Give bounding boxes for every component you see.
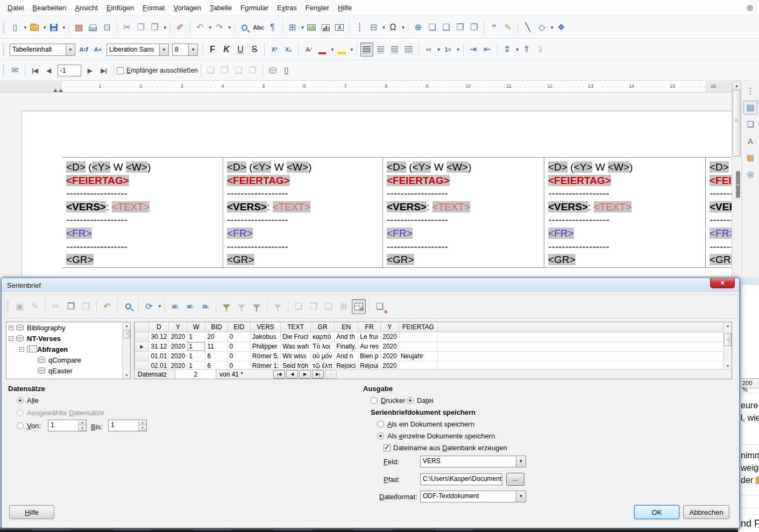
table-cell[interactable]: 30.12 [149, 332, 169, 342]
horizontal-ruler[interactable]: 12345678910111213141516 [0, 81, 741, 93]
table-cell[interactable]: Le frui [358, 332, 381, 342]
table-cell[interactable]: 2020 [380, 351, 399, 361]
radio-all-records[interactable]: Alle [17, 396, 39, 405]
paste-icon[interactable]: ❒ [148, 20, 161, 34]
standard-filter-icon[interactable] [250, 299, 264, 314]
export-pdf-icon[interactable]: ▤ [73, 20, 86, 34]
table-cell[interactable]: <D> (<Y> W <W>)<FEIERTAG>---------------… [383, 158, 544, 267]
toolbar-grip[interactable] [2, 65, 6, 76]
find-replace-icon[interactable] [238, 20, 251, 34]
menu-tabelle[interactable]: Tabelle [205, 2, 236, 14]
align-justify-icon[interactable] [405, 46, 413, 53]
copy-icon[interactable]: ❐ [134, 20, 147, 34]
update-style-icon[interactable]: A↺ [77, 42, 90, 56]
radio-icon[interactable] [377, 432, 384, 439]
menu-bearbeiten[interactable]: Bearbeiten [28, 2, 70, 14]
insert-chart-icon[interactable] [322, 24, 330, 31]
table-cell[interactable]: οὐ μόν [311, 351, 335, 361]
grid-scrollbar[interactable]: ▲ ≡ ▼ [723, 322, 732, 370]
open-folder-icon[interactable] [30, 25, 39, 31]
new-document-dropdown-icon[interactable]: ▼ [23, 25, 27, 30]
cancel-button[interactable]: Abbrechen [683, 505, 729, 519]
column-header-bid[interactable]: BID [205, 322, 228, 332]
refresh-dropdown-icon[interactable]: ▼ [158, 304, 162, 309]
gallery-deck-icon[interactable]: ▦ [743, 151, 757, 165]
table-cell[interactable]: <D> (<Y> W <W>)<FEIERTAG>---------------… [223, 158, 383, 267]
table-cell[interactable] [399, 342, 438, 351]
table-cell[interactable] [399, 332, 438, 342]
radio-save-single-document[interactable]: Als ein Dokument speichern [377, 420, 474, 428]
insert-field-dropdown-icon[interactable]: ▼ [381, 25, 386, 30]
insert-bookmark-icon[interactable]: ❒ [453, 20, 466, 34]
table-cell[interactable]: Bien p [358, 351, 381, 361]
insert-textbox-icon[interactable]: A [333, 20, 346, 34]
table-cell[interactable]: 1 [187, 351, 205, 361]
numbered-list-dropdown-icon[interactable]: ▼ [456, 47, 460, 52]
tree-item-abfragen[interactable]: −Abfragen [6, 344, 130, 354]
scrollbar-thumb[interactable]: ≡ [724, 333, 732, 346]
from-record-spinner[interactable]: 1 ▲▼ [48, 420, 87, 431]
sort-descending-icon[interactable]: za↓ [198, 299, 212, 314]
table-cell[interactable]: And th [335, 332, 358, 342]
table-cell[interactable]: <D> (<Y> W <W>)<FEIERTAG>---------------… [706, 158, 732, 267]
row-header[interactable] [135, 332, 149, 342]
ok-button[interactable]: OK [634, 505, 679, 519]
toolbar-grip[interactable] [2, 44, 6, 55]
find-replace-icon[interactable] [242, 25, 247, 31]
save-dropdown-icon[interactable]: ▼ [62, 25, 66, 30]
clear-formatting-icon[interactable]: A∕ [302, 42, 315, 56]
undo-icon[interactable]: ↶ [100, 299, 114, 314]
refresh-icon[interactable]: ⟳ [142, 299, 156, 314]
close-data-source-icon[interactable]: ❏ [373, 299, 387, 314]
column-header-fr[interactable]: FR [358, 322, 381, 332]
table-cell[interactable]: καρπό [311, 332, 335, 342]
autofilter-icon[interactable] [219, 299, 233, 314]
table-cell[interactable]: Neujahr [399, 351, 438, 361]
scroll-up-icon[interactable]: ▲ [123, 322, 131, 329]
print-icon[interactable] [89, 26, 97, 31]
align-left-icon[interactable] [363, 46, 371, 53]
align-right-icon[interactable] [391, 46, 398, 53]
scrollbar-thumb[interactable]: ≡ [123, 330, 130, 338]
table-cell[interactable]: <D> (<Y> W <W>)<FEIERTAG>---------------… [62, 158, 223, 267]
current-row-marker[interactable]: ▶ [135, 342, 149, 351]
column-header-text[interactable]: TEXT [281, 322, 311, 332]
table-cell[interactable]: 11 [205, 342, 228, 351]
align-justify-icon[interactable] [402, 42, 415, 56]
close-button[interactable]: ✕ [710, 278, 735, 288]
table-row[interactable]: ▶31.1220201110PhilipperWas wahΤὸ λοιFina… [135, 342, 732, 351]
underline-icon[interactable]: U [234, 42, 247, 56]
increase-indent-icon[interactable]: ⇥ [467, 42, 480, 56]
spelling-icon[interactable]: Abc [252, 20, 265, 34]
scroll-up-icon[interactable]: ▲ [723, 322, 732, 330]
column-header-w[interactable]: W [187, 322, 205, 332]
find-record-icon[interactable] [121, 299, 135, 314]
column-header-feiertag[interactable]: FEIERTAG [399, 322, 438, 332]
superscript-icon[interactable]: X² [268, 42, 281, 56]
table-cell[interactable]: <D> (<Y> W <W>)<FEIERTAG>---------------… [544, 158, 706, 267]
bold-icon[interactable]: F [206, 42, 219, 56]
table-row[interactable]: 01.012020160Römer 5,Wir wissοὐ μόνAnd nB… [135, 351, 732, 361]
highlight-color-icon[interactable] [337, 45, 346, 54]
radio-icon[interactable] [17, 397, 24, 404]
font-color-icon[interactable] [316, 42, 329, 56]
last-record-button[interactable]: ▶| [312, 370, 324, 379]
special-character-dropdown-icon[interactable]: ▼ [401, 25, 405, 30]
paste-dropdown-icon[interactable]: ▼ [163, 25, 167, 30]
table-row[interactable]: 30.1220201200JakobusDie FruclκαρπόAnd th… [135, 332, 732, 342]
indent-marker[interactable] [59, 89, 63, 92]
line-spacing-icon[interactable]: ⇕ [501, 42, 514, 56]
menu-ansicht[interactable]: Ansicht [70, 2, 102, 14]
table-cell[interactable]: 20 [205, 332, 228, 342]
menu-einfuegen[interactable]: Einfügen [102, 2, 138, 14]
data-sources-icon[interactable] [266, 63, 279, 77]
collapse-icon[interactable]: − [19, 347, 24, 352]
tree-item-qeaster[interactable]: qEaster [6, 365, 130, 376]
insert-field-icon[interactable]: ⊟ [367, 20, 380, 34]
numbered-list-icon[interactable]: 1≡ [442, 42, 455, 56]
scroll-up-icon[interactable]: ▲ [733, 81, 741, 89]
radio-icon[interactable] [17, 422, 24, 429]
chevron-down-icon[interactable]: ▼ [159, 44, 168, 55]
new-document-icon[interactable]: ▯ [9, 20, 22, 34]
exclude-recipient-checkbox[interactable] [117, 67, 124, 74]
